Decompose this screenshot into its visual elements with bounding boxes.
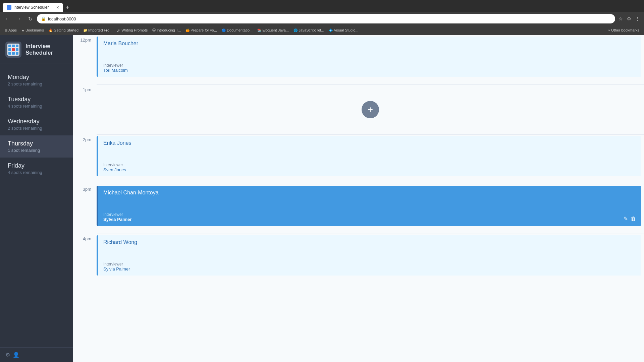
empty-slot-1pm: + [97,85,644,134]
svg-rect-10 [12,52,15,55]
time-label-4pm: 4pm [73,234,97,241]
nav-bar: ← → ↻ 🔒 localhost:8000 ☆ ⚙ ⋮ [0,12,644,25]
bookmark-star-icon[interactable]: ☆ [617,15,624,23]
time-slot-3pm: 3pm Michael Chan-Montoya Interviewer Syl… [73,184,644,234]
monday-label: Monday [8,74,66,81]
chevron-right-icon: » [608,28,610,32]
time-label-2pm: 2pm [73,134,97,142]
svg-rect-0 [7,6,11,9]
bookmark-writing-prompts[interactable]: 🖊 Writing Prompts [115,27,150,33]
settings-icon[interactable]: ⚙ [5,352,10,358]
edit-interview-button[interactable]: ✎ [624,216,628,222]
wednesday-spots: 2 spots remaining [8,126,66,131]
new-tab-button[interactable]: + [63,4,72,11]
interviewer-label-michael: Interviewer [103,212,132,217]
sidebar-header: Interview Scheduler [0,35,73,63]
interview-card-michael[interactable]: Michael Chan-Montoya Interviewer Sylvia … [97,186,641,226]
time-label-1pm: 1pm [73,84,97,92]
tab-close-button[interactable]: × [56,5,59,10]
interview-card-maria[interactable]: Maria Boucher Interviewer Tori Malcolm [97,37,641,77]
time-content-2pm: Erika Jones Interviewer Sven Jones [97,134,644,184]
time-label-12pm: 12pm [73,35,97,43]
app-logo [5,42,21,58]
candidate-name-maria: Maria Boucher [103,41,636,47]
candidate-name-michael: Michael Chan-Montoya [103,190,636,196]
folder-icon: 📁 [83,28,87,32]
card-actions-michael: ✎ 🗑 [624,216,636,222]
svg-rect-7 [12,48,15,51]
sidebar-nav: Monday 2 spots remaining Tuesday 4 spots… [0,66,73,347]
address-bar[interactable]: 🔒 localhost:8000 [37,14,615,23]
globe-icon: 🌐 [293,28,298,32]
bookmark-javascript[interactable]: 🌐 JavaScript ref... [291,27,326,33]
app-title-line2: Scheduler [25,50,53,56]
extensions-icon[interactable]: ⚙ [626,15,633,23]
thursday-spots: 1 spot remaining [8,148,66,153]
interview-card-richard[interactable]: Richard Wong Interviewer Sylvia Palmer [97,235,641,276]
active-tab[interactable]: Interview Scheduler × [3,3,63,12]
bookmark-vscode[interactable]: 💠 Visual Studio... [327,27,360,33]
sidebar-item-wednesday[interactable]: Wednesday 2 spots remaining [0,113,73,135]
time-content-3pm: Michael Chan-Montoya Interviewer Sylvia … [97,184,644,234]
main-content: 12pm Maria Boucher Interviewer Tori Malc… [73,35,644,362]
app-container: Interview Scheduler Monday 2 spots remai… [0,35,644,362]
bookmark-bookmarks[interactable]: ★ Bookmarks [19,27,46,33]
interview-card-erika[interactable]: Erika Jones Interviewer Sven Jones [97,136,641,176]
tab-favicon [7,5,11,10]
pen-icon: 🖊 [117,28,120,32]
sidebar-item-tuesday[interactable]: Tuesday 4 spots remaining [0,91,73,113]
url-text: localhost:8000 [48,16,76,21]
tab-bar: Interview Scheduler × + [0,0,644,12]
bookmark-prepare[interactable]: 🍊 Prepare for yo... [183,27,219,33]
add-interview-button[interactable]: + [362,101,379,118]
sidebar: Interview Scheduler Monday 2 spots remai… [0,35,73,362]
friday-label: Friday [8,162,66,169]
sidebar-item-monday[interactable]: Monday 2 spots remaining [0,69,73,91]
bookmarks-bar: ⊞ Apps ★ Bookmarks 🔥 Getting Started 📁 I… [0,25,644,35]
interviewer-name-maria: Tori Malcolm [103,68,636,73]
forward-button[interactable]: → [14,14,23,23]
interviewer-name-richard: Sylvia Palmer [103,266,636,272]
interviewer-label-erika: Interviewer [103,163,636,167]
book-icon: 📚 [257,28,261,32]
interviewer-name-erika: Sven Jones [103,167,636,172]
bookmark-getting-started[interactable]: 🔥 Getting Started [47,27,80,33]
tuesday-label: Tuesday [8,96,66,103]
delete-interview-button[interactable]: 🗑 [631,216,636,222]
bookmark-eloquent[interactable]: 📚 Eloquent Java... [255,27,291,33]
a-icon: Ⓐ [152,28,156,33]
time-content-12pm: Maria Boucher Interviewer Tori Malcolm [97,35,644,84]
svg-rect-3 [8,45,11,47]
thursday-label: Thursday [8,140,66,147]
interviewer-label-maria: Interviewer [103,63,636,68]
bookmark-documentation[interactable]: 🔵 Documentatio... [220,27,255,33]
orange-icon: 🍊 [185,28,190,32]
interviewer-name-michael: Sylvia Palmer [103,217,132,222]
circle-icon: 🔵 [222,28,226,32]
interviewer-label-richard: Interviewer [103,262,636,266]
user-icon[interactable]: 👤 [13,352,19,358]
fire-icon: 🔥 [49,28,53,32]
bookmark-imported[interactable]: 📁 Imported Fro... [81,27,114,33]
candidate-name-richard: Richard Wong [103,239,636,245]
svg-rect-6 [8,48,11,51]
browser-chrome: Interview Scheduler × + ← → ↻ 🔒 localhos… [0,0,644,35]
sidebar-item-friday[interactable]: Friday 4 spots remaining [0,158,73,180]
schedule-area: 12pm Maria Boucher Interviewer Tori Malc… [73,35,644,362]
bookmark-other[interactable]: » Other bookmarks [606,27,641,33]
sidebar-item-thursday[interactable]: Thursday 1 spot remaining [0,135,73,158]
diamond-icon: 💠 [329,28,333,32]
apps-icon: ⊞ [5,28,7,32]
refresh-button[interactable]: ↻ [25,14,35,23]
back-button[interactable]: ← [3,14,12,23]
time-slot-4pm: 4pm Richard Wong Interviewer Sylvia Palm… [73,234,644,283]
svg-rect-8 [16,48,18,51]
time-slot-12pm: 12pm Maria Boucher Interviewer Tori Malc… [73,35,644,84]
time-label-3pm: 3pm [73,184,97,192]
svg-rect-4 [12,45,15,47]
monday-spots: 2 spots remaining [8,81,66,86]
menu-icon[interactable]: ⋮ [634,15,641,23]
bookmark-introducing[interactable]: Ⓐ Introducing T... [150,27,183,33]
time-slot-2pm: 2pm Erika Jones Interviewer Sven Jones [73,134,644,184]
bookmark-apps[interactable]: ⊞ Apps [3,27,19,33]
